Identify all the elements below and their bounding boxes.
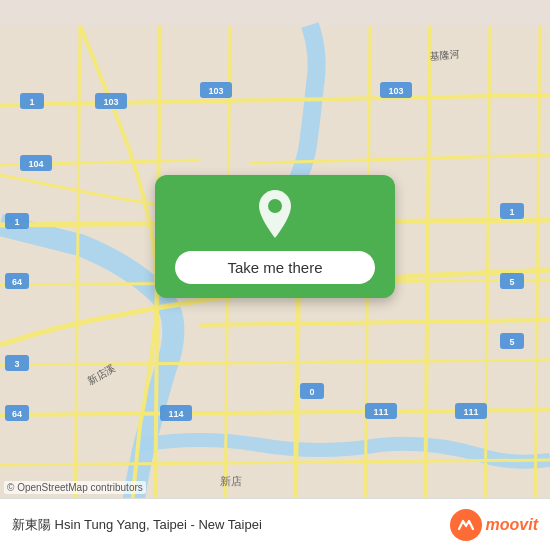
bottom-bar: 新東陽 Hsin Tung Yang, Taipei - New Taipei … bbox=[0, 498, 550, 550]
svg-text:103: 103 bbox=[103, 97, 118, 107]
svg-point-55 bbox=[268, 199, 282, 213]
map-container: 1 103 103 103 104 1 64 3 64 104 1 5 5 11… bbox=[0, 0, 550, 550]
svg-text:64: 64 bbox=[12, 277, 22, 287]
svg-text:104: 104 bbox=[28, 159, 43, 169]
svg-text:5: 5 bbox=[509, 337, 514, 347]
moovit-logo-text: moovit bbox=[486, 516, 538, 534]
take-me-there-button[interactable]: Take me there bbox=[175, 251, 375, 284]
svg-text:103: 103 bbox=[388, 86, 403, 96]
moovit-logo: moovit bbox=[450, 509, 538, 541]
svg-text:111: 111 bbox=[373, 407, 388, 417]
svg-text:1: 1 bbox=[14, 217, 19, 227]
moovit-logo-icon bbox=[450, 509, 482, 541]
svg-text:1: 1 bbox=[29, 97, 34, 107]
button-card: Take me there bbox=[155, 175, 395, 298]
svg-text:64: 64 bbox=[12, 409, 22, 419]
svg-text:114: 114 bbox=[168, 409, 183, 419]
location-name: 新東陽 Hsin Tung Yang, Taipei - New Taipei bbox=[12, 516, 262, 534]
svg-text:3: 3 bbox=[14, 359, 19, 369]
svg-text:103: 103 bbox=[208, 86, 223, 96]
svg-text:新店: 新店 bbox=[220, 475, 242, 487]
attribution-text: © OpenStreetMap contributors bbox=[4, 481, 146, 494]
svg-text:5: 5 bbox=[509, 277, 514, 287]
svg-text:1: 1 bbox=[509, 207, 514, 217]
location-pin-icon bbox=[250, 191, 300, 241]
svg-text:111: 111 bbox=[463, 407, 478, 417]
svg-text:0: 0 bbox=[309, 387, 314, 397]
